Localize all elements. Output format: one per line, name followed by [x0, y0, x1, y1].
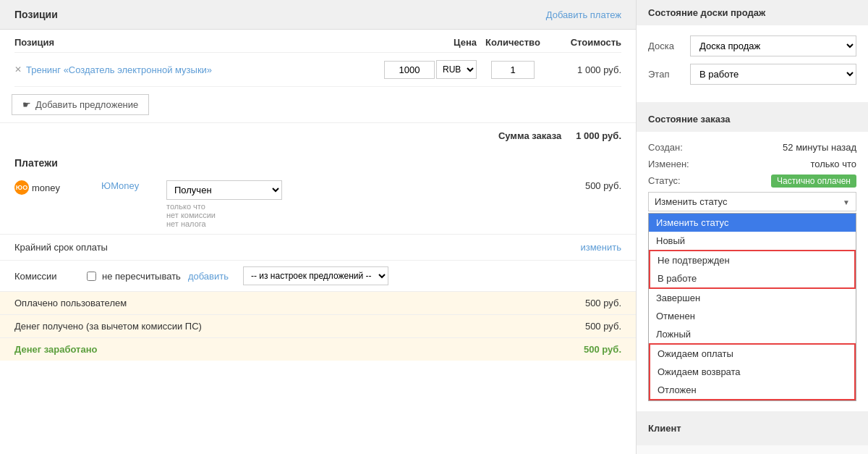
created-label: Создан: — [648, 142, 706, 153]
payment-status-area: Получен Ожидает Отменен Возврат только ч… — [166, 180, 549, 228]
deadline-change-link[interactable]: изменить — [580, 242, 621, 253]
summary-label-0: Оплачено пользователем — [14, 298, 127, 308]
status-option-9[interactable]: Отложен — [650, 381, 854, 399]
row-total: 1 000 руб. — [549, 64, 621, 75]
commissions-row: Комиссии не пересчитывать добавить -- из… — [0, 260, 636, 291]
hand-icon: ☛ — [22, 99, 31, 110]
summary-row-1: Денег получено (за вычетом комиссии ПС) … — [0, 314, 636, 337]
status-row: Статус: Частично оплачен — [648, 175, 856, 186]
summary-label-1: Денег получено (за вычетом комиссии ПС) — [14, 321, 202, 332]
board-state-body: Доска Доска продаж Этап В работе — [637, 25, 868, 102]
status-dropdown-container: Изменить статус ▼ Изменить статус Новый … — [648, 192, 856, 401]
stage-label: Этап — [648, 69, 684, 80]
qty-input[interactable] — [491, 61, 535, 79]
add-offer-label: Добавить предложение — [35, 99, 138, 110]
status-option-7[interactable]: Ожидаем оплаты — [650, 345, 854, 363]
add-payment-link[interactable]: Добавить платеж — [546, 9, 621, 20]
highlighted-group-1: Не подтвержден В работе — [649, 250, 856, 289]
client-title: Клиент — [637, 416, 868, 441]
board-state-title: Состояние доски продаж — [637, 0, 868, 25]
status-option-8[interactable]: Ожидаем возврата — [650, 363, 854, 381]
payment-time: только что — [166, 202, 549, 211]
order-sum-row: Сумма заказа 1 000 руб. — [0, 122, 636, 148]
status-option-0[interactable]: Изменить статус — [649, 214, 856, 232]
commission-source-select[interactable]: -- из настроек предложений -- — [243, 266, 388, 285]
changed-label: Изменен: — [648, 159, 706, 169]
status-option-1[interactable]: Новый — [649, 232, 856, 250]
payment-commission: нет комиссии — [166, 211, 549, 219]
commission-no-recalc-label: не пересчитывать — [102, 271, 181, 282]
col-header-price: Цена — [375, 37, 477, 48]
summary-label-2: Денег заработано — [14, 344, 98, 355]
payment-amount: 500 руб. — [556, 180, 621, 191]
positions-section-header: Позиции Добавить платеж — [0, 0, 636, 30]
summary-value-1: 500 руб. — [585, 321, 621, 332]
status-option-4[interactable]: Завершен — [649, 289, 856, 307]
deadline-row: Крайний срок оплаты изменить — [0, 234, 636, 260]
payment-logo: ЮО money — [14, 180, 94, 195]
status-option-5[interactable]: Отменен — [649, 307, 856, 325]
commission-add-link[interactable]: добавить — [188, 271, 229, 282]
stage-row: Этап В работе — [648, 64, 856, 85]
changed-value: только что — [706, 159, 856, 169]
highlighted-group-2: Ожидаем оплаты Ожидаем возврата Отложен — [649, 343, 856, 400]
yomoney-circle-icon: ЮО — [14, 180, 29, 195]
payment-row: ЮО money ЮMoney Получен Ожидает Отменен … — [0, 175, 636, 234]
table-header: Позиция Цена Количество Стоимость — [14, 30, 621, 53]
payment-service-link[interactable]: ЮMoney — [101, 180, 139, 191]
status-dropdown-list: Изменить статус Новый Не подтвержден В р… — [648, 213, 856, 401]
currency-select[interactable]: RUB USD EUR — [436, 60, 477, 79]
summary-value-2: 500 руб. — [584, 344, 621, 355]
order-state-title: Состояние заказа — [637, 106, 868, 132]
created-row: Создан: 52 минуты назад — [648, 142, 856, 153]
summary-value-0: 500 руб. — [585, 298, 621, 308]
summary-row-0: Оплачено пользователем 500 руб. — [0, 291, 636, 314]
client-section: Клиент — [637, 416, 868, 445]
add-offer-button[interactable]: ☛ Добавить предложение — [12, 94, 149, 115]
board-row: Доска Доска продаж — [648, 35, 856, 56]
commission-checkbox-label[interactable]: не пересчитывать — [87, 271, 181, 282]
order-state-body: Создан: 52 минуты назад Изменен: только … — [637, 132, 868, 411]
changed-row: Изменен: только что — [648, 159, 856, 169]
status-option-6[interactable]: Ложный — [649, 325, 856, 343]
status-label: Статус: — [648, 175, 706, 186]
order-sum-label: Сумма заказа — [498, 130, 561, 141]
product-link[interactable]: Тренинг «Создатель электронной музыки» — [26, 64, 212, 75]
yomoney-icon: ЮО money — [14, 180, 60, 195]
commissions-label: Комиссии — [14, 271, 80, 282]
summary-row-2: Денег заработано 500 руб. — [0, 337, 636, 361]
stage-select[interactable]: В работе — [690, 64, 856, 85]
payments-title: Платежи — [0, 148, 636, 175]
status-option-3[interactable]: В работе — [650, 269, 854, 287]
payment-tax: нет налога — [166, 219, 549, 228]
price-input[interactable] — [384, 61, 435, 79]
payment-status-select[interactable]: Получен Ожидает Отменен Возврат — [166, 180, 282, 200]
board-label: Доска — [648, 41, 684, 51]
status-dropdown-label: Изменить статус — [655, 196, 727, 207]
chevron-down-icon: ▼ — [843, 198, 850, 206]
remove-row-button[interactable]: ✕ — [14, 64, 22, 75]
status-dropdown-trigger[interactable]: Изменить статус ▼ — [648, 192, 856, 211]
positions-title: Позиции — [14, 9, 58, 20]
deadline-label: Крайний срок оплаты — [14, 242, 108, 253]
col-header-qty: Количество — [477, 37, 549, 48]
order-state-section: Состояние заказа Создан: 52 минуты назад… — [637, 106, 868, 416]
col-header-total: Стоимость — [549, 37, 621, 48]
yomoney-text: money — [32, 182, 60, 193]
order-sum-value: 1 000 руб. — [576, 130, 621, 141]
positions-table: Позиция Цена Количество Стоимость ✕ Трен… — [0, 30, 636, 87]
col-header-position: Позиция — [14, 37, 375, 48]
status-badge: Частично оплачен — [771, 175, 856, 188]
created-value: 52 минуты назад — [706, 142, 856, 153]
table-row: ✕ Тренинг «Создатель электронной музыки»… — [14, 53, 621, 87]
commission-checkbox[interactable] — [87, 272, 96, 281]
board-state-section: Состояние доски продаж Доска Доска прода… — [637, 0, 868, 106]
status-option-2[interactable]: Не подтвержден — [650, 251, 854, 269]
board-select[interactable]: Доска продаж — [690, 35, 856, 56]
